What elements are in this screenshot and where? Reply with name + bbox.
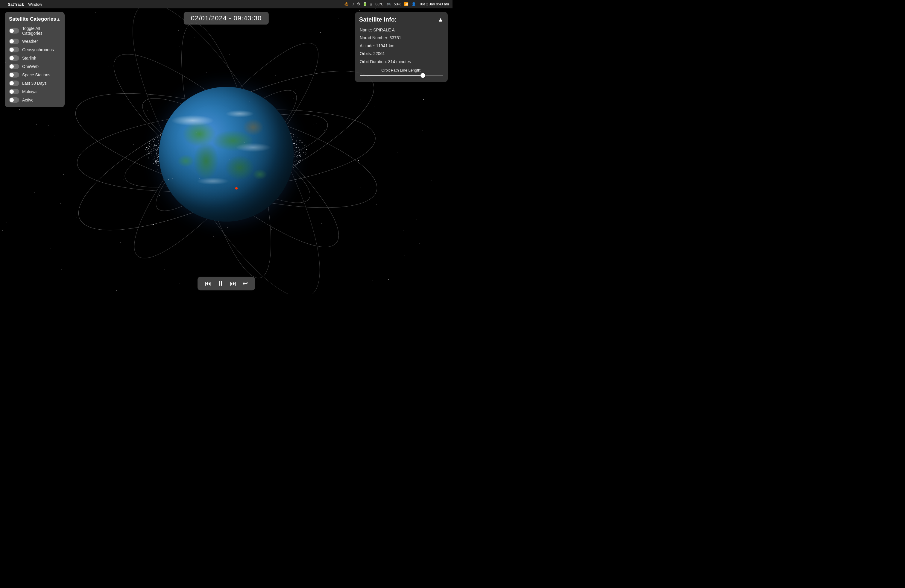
nightmode-icon: ☽ — [351, 2, 354, 6]
svg-point-313 — [148, 158, 149, 158]
orbit-path-slider-thumb[interactable] — [421, 73, 425, 78]
oneweb-label: OneWeb — [22, 64, 39, 69]
toggle-active-switch[interactable] — [9, 97, 19, 103]
toggle-oneweb-switch[interactable] — [9, 64, 19, 69]
svg-point-511 — [147, 149, 148, 150]
starlink-label: Starlink — [22, 56, 36, 60]
earth-visualization — [151, 79, 301, 229]
user-icon: 👤 — [411, 2, 416, 6]
svg-point-619 — [146, 147, 147, 148]
svg-point-495 — [149, 153, 150, 153]
svg-point-104 — [302, 159, 302, 160]
svg-point-145 — [149, 143, 150, 144]
categories-title: Satellite Categories — [9, 16, 56, 22]
toggle-all-switch[interactable] — [9, 28, 19, 33]
app-name[interactable]: SatTrack — [8, 2, 24, 6]
pause-button[interactable]: ⏸ — [217, 280, 224, 288]
battery-status-icon: 🔋 — [363, 2, 367, 6]
toggle-last-30-days-switch[interactable] — [9, 81, 19, 86]
rewind-button[interactable]: ⏮ — [205, 280, 211, 288]
category-active[interactable]: Active — [5, 96, 65, 104]
info-title: Satellite Info: — [359, 16, 397, 23]
weather-label: Weather — [22, 39, 38, 44]
toggle-molniya-switch[interactable] — [9, 89, 19, 94]
space-stations-label: Space Stations — [22, 72, 50, 77]
forward-button[interactable]: ⏭ — [230, 280, 237, 288]
orbit-path-slider-container — [355, 74, 448, 79]
battery-percent: 53% — [394, 2, 401, 6]
datetime-text: 02/01/2024 - 09:43:30 — [191, 14, 262, 22]
categories-collapse-icon[interactable]: ▲ — [56, 17, 60, 22]
wifi-icon: 📶 — [404, 2, 408, 6]
svg-point-617 — [146, 151, 147, 151]
svg-point-267 — [148, 157, 149, 157]
svg-point-178 — [304, 149, 304, 150]
norad-label: Norad Number: — [360, 35, 389, 40]
category-geosynchronous[interactable]: Geosynchronous — [5, 46, 65, 54]
last-30-days-label: Last 30 Days — [22, 81, 47, 86]
svg-point-383 — [149, 146, 150, 147]
menubar-icons: 🔆 ☽ ⏱ 🔋 ⊞ — [344, 2, 373, 6]
svg-point-435 — [305, 152, 306, 153]
layout-icon: ⊞ — [370, 2, 373, 6]
selected-satellite-marker[interactable] — [235, 187, 238, 189]
temperature: 88°C — [376, 2, 384, 6]
info-collapse-icon[interactable]: ▲ — [438, 16, 443, 23]
slider-fill — [360, 75, 422, 76]
svg-point-223 — [302, 143, 302, 143]
orbit-duration-row: Orbit Duration: 314 minutes — [355, 58, 448, 65]
menu-window[interactable]: Window — [28, 2, 42, 6]
orbits-value: 22061 — [373, 51, 385, 56]
category-molniya[interactable]: Molniya — [5, 87, 65, 96]
svg-point-299 — [305, 154, 306, 154]
svg-point-479 — [146, 155, 147, 156]
reset-button[interactable]: ↩ — [243, 280, 248, 288]
svg-point-44 — [306, 153, 307, 153]
playback-controls: ⏮ ⏸ ⏭ ↩ — [197, 277, 255, 291]
categories-panel-header: Satellite Categories ▲ — [5, 15, 65, 25]
earth-globe — [159, 87, 294, 222]
svg-point-596 — [302, 142, 303, 143]
gamepad-icon: 🎮 — [386, 2, 391, 6]
svg-point-126 — [148, 153, 149, 154]
category-last-30-days[interactable]: Last 30 Days — [5, 79, 65, 87]
category-starlink[interactable]: Starlink — [5, 54, 65, 62]
orbit-duration-label: Orbit Duration: — [360, 59, 387, 64]
svg-point-689 — [305, 151, 305, 151]
svg-point-264 — [302, 143, 302, 143]
orbits-label: Orbits: — [360, 51, 372, 56]
svg-point-514 — [148, 151, 149, 151]
name-value: SPIRALE A — [373, 27, 395, 32]
svg-point-163 — [306, 149, 307, 150]
svg-point-577 — [149, 153, 150, 154]
svg-point-681 — [148, 148, 149, 148]
toggle-geosynchronous-switch[interactable] — [9, 47, 19, 52]
altitude-row: Altitude: 11941 km — [355, 42, 448, 50]
toggle-weather-switch[interactable] — [9, 39, 19, 44]
altitude-label: Altitude: — [360, 43, 375, 48]
brightness-icon: 🔆 — [344, 2, 349, 6]
orbit-path-line-label: Orbit Path Line Length: — [355, 65, 448, 74]
menubar: SatTrack Window 🔆 ☽ ⏱ 🔋 ⊞ 88°C 🎮 53% 📶 👤… — [0, 0, 452, 8]
geosynchronous-label: Geosynchronous — [22, 47, 54, 52]
altitude-value: 11941 km — [376, 43, 394, 48]
svg-point-143 — [150, 148, 151, 148]
svg-point-391 — [304, 145, 304, 146]
toggle-all-label: Toggle All Categories — [22, 26, 60, 36]
category-space-stations[interactable]: Space Stations — [5, 71, 65, 79]
svg-point-665 — [148, 146, 149, 146]
norad-value: 33751 — [390, 35, 401, 40]
orbit-duration-value: 314 minutes — [388, 59, 411, 64]
category-oneweb[interactable]: OneWeb — [5, 62, 65, 71]
toggle-starlink-switch[interactable] — [9, 56, 19, 61]
svg-point-489 — [306, 149, 307, 150]
name-label: Name: — [360, 27, 372, 32]
category-weather[interactable]: Weather — [5, 37, 65, 46]
svg-point-410 — [148, 154, 148, 155]
svg-point-242 — [145, 149, 146, 150]
category-toggle-all[interactable]: Toggle All Categories — [5, 25, 65, 37]
svg-point-133 — [150, 151, 151, 151]
satellite-info-panel: Satellite Info: ▲ Name: SPIRALE A Norad … — [355, 12, 448, 82]
toggle-space-stations-switch[interactable] — [9, 72, 19, 78]
molniya-label: Molniya — [22, 89, 37, 94]
